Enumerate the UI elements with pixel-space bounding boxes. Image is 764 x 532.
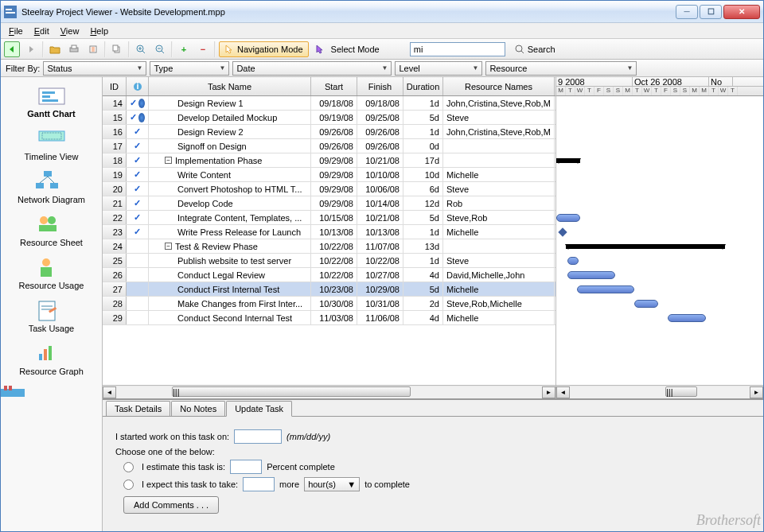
search-icon — [515, 45, 524, 54]
add-comments-button[interactable]: Add Comments . . . — [123, 496, 219, 514]
scroll-right-button[interactable]: ► — [750, 386, 763, 398]
duration-input[interactable] — [243, 477, 275, 491]
table-row[interactable]: 14✓Design Review 109/18/0809/18/081dJohn… — [103, 96, 555, 111]
scroll-thumb[interactable]: ||| — [665, 386, 697, 397]
gantt-bar[interactable] — [558, 227, 567, 236]
menu-view[interactable]: View — [56, 25, 84, 37]
nav-resource-sheet[interactable]: Resource Sheet — [1, 211, 102, 254]
menu-help[interactable]: Help — [85, 25, 113, 37]
gantt-row — [556, 96, 763, 111]
grid-hscrollbar[interactable]: ◄ ||| ► — [103, 385, 555, 398]
col-start-header[interactable]: Start — [311, 77, 357, 95]
unit-combo[interactable]: hour(s)▼ — [304, 477, 360, 491]
nav-item[interactable] — [1, 382, 102, 403]
filter-combo-type[interactable]: Type▼ — [150, 61, 229, 76]
table-row[interactable]: 18✓−Implementation Phase09/29/0810/21/08… — [103, 153, 555, 168]
forward-button[interactable] — [23, 41, 39, 57]
nav-network-diagram[interactable]: Network Diagram — [1, 168, 102, 211]
chevron-down-icon: ▼ — [626, 64, 633, 72]
nav-resource-usage[interactable]: Resource Usage — [1, 254, 102, 297]
table-row[interactable]: 17✓Signoff on Design09/26/0809/26/080d — [103, 139, 555, 153]
nav-gantt-chart[interactable]: Gantt Chart — [1, 82, 102, 125]
gantt-bar[interactable] — [566, 244, 725, 249]
estimate-radio[interactable] — [123, 462, 134, 472]
col-taskname-header[interactable]: Task Name — [149, 77, 311, 95]
table-row[interactable]: 26Conduct Legal Review10/22/0810/27/084d… — [103, 268, 555, 282]
print-icon[interactable] — [66, 41, 82, 57]
gantt-bar[interactable] — [567, 271, 615, 279]
col-resources-header[interactable]: Resource Names — [443, 77, 555, 95]
menu-file[interactable]: File — [4, 25, 28, 37]
add-icon[interactable]: + — [176, 41, 192, 57]
menu-edit[interactable]: Edit — [29, 25, 54, 37]
search-input[interactable] — [410, 42, 505, 56]
started-date-input[interactable] — [234, 429, 282, 444]
table-row[interactable]: 23✓Write Press Release for Launch10/13/0… — [103, 225, 555, 239]
col-duration-header[interactable]: Duration — [403, 77, 443, 95]
gantt-bar[interactable] — [567, 257, 579, 265]
export-icon[interactable] — [85, 41, 101, 57]
scroll-thumb[interactable]: ||| — [172, 386, 411, 397]
svg-rect-40 — [4, 386, 7, 390]
nav-timeline-view[interactable]: Timeline View — [1, 125, 102, 168]
nav-task-usage[interactable]: Task Usage — [1, 297, 102, 340]
scroll-right-button[interactable]: ► — [542, 386, 555, 398]
svg-rect-18 — [42, 91, 55, 94]
filter-combo-resource[interactable]: Resource▼ — [485, 61, 637, 76]
nav-resource-graph[interactable]: Resource Graph — [1, 340, 102, 382]
table-row[interactable]: 21✓Develop Code09/29/0810/14/0812dRob — [103, 196, 555, 211]
tab-task-details[interactable]: Task Details — [106, 401, 170, 416]
table-row[interactable]: 25Publish website to test server10/22/08… — [103, 254, 555, 268]
copy-icon[interactable] — [109, 41, 125, 57]
filter-combo-level[interactable]: Level▼ — [395, 61, 482, 76]
gantt-row — [556, 139, 763, 153]
table-row[interactable]: 29Conduct Second Internal Test11/03/0811… — [103, 311, 555, 325]
zoom-in-icon[interactable] — [133, 41, 149, 57]
back-button[interactable] — [4, 41, 20, 57]
filter-label: Filter By: — [6, 64, 40, 73]
opt2-mid: more — [279, 480, 299, 489]
gantt-bar[interactable] — [634, 300, 658, 308]
check-icon: ✓ — [134, 126, 141, 137]
application-window: Steelray Project Viewer - Website Develo… — [0, 0, 764, 532]
close-button[interactable]: ✕ — [723, 5, 760, 19]
gantt-bar[interactable] — [668, 314, 706, 322]
scroll-left-button[interactable]: ◄ — [556, 386, 570, 398]
search-button[interactable]: Search — [509, 41, 562, 57]
table-row[interactable]: 19✓Write Content09/29/0810/10/0810dMiche… — [103, 168, 555, 182]
zoom-out-icon[interactable] — [152, 41, 168, 57]
table-row[interactable]: 22✓Integrate Content, Templates, ...10/1… — [103, 211, 555, 225]
minimize-button[interactable]: ─ — [676, 5, 698, 19]
gantt-body[interactable] — [556, 96, 763, 385]
expect-radio[interactable] — [123, 480, 134, 490]
collapse-icon[interactable]: − — [165, 243, 172, 250]
info-icon: i — [133, 82, 142, 91]
col-id-header[interactable]: ID — [103, 77, 127, 95]
gantt-bar[interactable] — [577, 285, 634, 293]
table-row[interactable]: 27Conduct First Internal Test10/23/0810/… — [103, 282, 555, 297]
gantt-bar[interactable] — [556, 214, 580, 222]
col-finish-header[interactable]: Finish — [357, 77, 403, 95]
table-row[interactable]: 20✓Convert Photoshop to HTML T...09/29/0… — [103, 182, 555, 196]
open-icon[interactable] — [47, 41, 63, 57]
filter-combo-status[interactable]: Status▼ — [43, 61, 146, 76]
percent-input[interactable] — [230, 460, 262, 474]
select-mode-icon[interactable] — [312, 41, 328, 57]
check-icon: ✓ — [134, 169, 141, 180]
remove-icon[interactable]: − — [195, 41, 211, 57]
maximize-button[interactable]: ☐ — [700, 5, 722, 19]
gantt-hscrollbar[interactable]: ◄ ||| ► — [556, 385, 763, 398]
table-row[interactable]: 15✓Develop Detailed Mockup09/19/0809/25/… — [103, 111, 555, 125]
table-row[interactable]: 28Make Changes from First Inter...10/30/… — [103, 297, 555, 311]
collapse-icon[interactable]: − — [165, 157, 172, 164]
table-row[interactable]: 24−Test & Review Phase10/22/0811/07/0813… — [103, 239, 555, 254]
gantt-row — [556, 268, 763, 282]
table-row[interactable]: 16✓Design Review 209/26/0809/26/081dJohn… — [103, 125, 555, 139]
filter-combo-date[interactable]: Date▼ — [232, 61, 392, 76]
scroll-left-button[interactable]: ◄ — [103, 386, 116, 398]
gantt-bar[interactable] — [556, 158, 580, 163]
tab-update-task[interactable]: Update Task — [226, 401, 292, 417]
navigation-mode-button[interactable]: Navigation Mode — [219, 41, 309, 57]
col-indicator-header[interactable]: i — [127, 77, 149, 95]
tab-no-notes[interactable]: No Notes — [171, 401, 225, 416]
